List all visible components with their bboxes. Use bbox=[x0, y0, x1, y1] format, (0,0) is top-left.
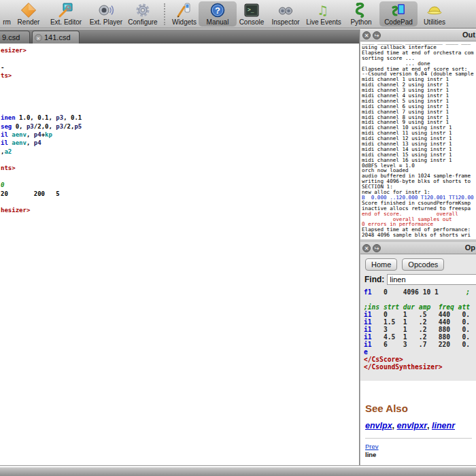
toolbar-item-label: Live Events bbox=[306, 18, 341, 26]
toolbar-item-label: CodePad bbox=[384, 18, 413, 26]
toolbar-item-ext-editor[interactable]: Ext. Editor bbox=[44, 1, 88, 27]
editor-line bbox=[1, 156, 359, 164]
toolbar-item-widgets[interactable]: Widgets bbox=[170, 1, 199, 27]
editor-line: 20 200 5 bbox=[1, 190, 359, 198]
find-label: Find: bbox=[364, 275, 384, 284]
editor-line: inen 1.0, 0.1, p3, 0.1 bbox=[1, 114, 359, 122]
tab-141csd[interactable]: ✕ 141.csd bbox=[32, 31, 80, 44]
svg-text:?: ? bbox=[215, 5, 220, 16]
toolbar-item-perform[interactable]: rm bbox=[0, 1, 14, 27]
codepad-icon bbox=[390, 2, 407, 18]
console-lines: using callback interfaceElapsed time at … bbox=[362, 45, 476, 238]
tab-9csd[interactable]: 9.csd bbox=[0, 31, 30, 44]
help-code-line: </CsScore> bbox=[364, 356, 476, 363]
help-code-line: ;ins strt dur amp freq att bbox=[364, 303, 476, 311]
editor-line bbox=[1, 97, 359, 105]
editor-line bbox=[1, 105, 359, 114]
toolbar-item-label: Python bbox=[350, 18, 371, 26]
help-code-line: e bbox=[364, 348, 476, 356]
app-window: rmRenderExt. EditorExt. PlayerConfigureW… bbox=[0, 0, 476, 476]
help-dock-header: ✕ ↪ Op bbox=[360, 242, 476, 254]
help-panel-title: Op bbox=[465, 243, 475, 252]
toolbar-item-live-events[interactable]: ♫Live Events bbox=[305, 1, 343, 27]
render-icon bbox=[20, 2, 37, 18]
toolbar-item-console[interactable]: >_Console bbox=[237, 1, 267, 27]
see-also-link-linenr[interactable]: linenr bbox=[432, 421, 455, 430]
editor-line bbox=[1, 173, 359, 181]
see-also-link-envlpx[interactable]: envlpx bbox=[365, 421, 392, 430]
toolbar-item-codepad[interactable]: CodePad bbox=[379, 1, 418, 27]
toolbar-item-configure[interactable]: Configure bbox=[124, 1, 162, 27]
toolbar-item-utilities[interactable]: Utilities bbox=[418, 1, 452, 27]
editor-code-lines: esizer> -ts> inen 1.0, 0.1, p3, 0.1seg 0… bbox=[1, 46, 359, 215]
editor-line: 0 bbox=[1, 181, 359, 189]
editor-line: ts> bbox=[1, 71, 359, 80]
toolbar-item-python[interactable]: Python bbox=[343, 1, 379, 27]
console-terminal-icon: >_ bbox=[243, 2, 260, 18]
editor-line bbox=[1, 88, 359, 97]
configure-gear-icon bbox=[135, 2, 151, 18]
toolbar-item-ext-player[interactable]: Ext. Player bbox=[88, 1, 124, 27]
console-dock-header: ✕ ↪ Out bbox=[360, 29, 476, 41]
example-code-block: f1 0 4096 10 1 ; ;ins strt dur amp freq … bbox=[364, 288, 476, 371]
utilities-hat-icon bbox=[426, 2, 443, 18]
editor-line: hesizer> bbox=[1, 206, 359, 214]
editor-line bbox=[1, 54, 359, 63]
see-also-link-envlpxr[interactable]: envlpxr bbox=[397, 421, 427, 430]
tab-label: 141.csd bbox=[44, 33, 71, 41]
toolbar-item-inspector[interactable]: Inspector bbox=[267, 1, 305, 27]
detach-icon[interactable]: ↪ bbox=[373, 31, 381, 39]
window-bottom-bar bbox=[0, 465, 476, 476]
live-events-notes-icon: ♫ bbox=[316, 2, 332, 18]
toolbar-item-label: Manual bbox=[207, 18, 229, 26]
tab-close-icon[interactable]: ✕ bbox=[35, 34, 42, 41]
help-code-line: i1 4.5 1 .2 880 0. bbox=[364, 333, 476, 341]
toolbar-item-manual[interactable]: ?Manual bbox=[199, 1, 237, 27]
toolbar-item-label: Render bbox=[18, 18, 40, 26]
help-code-line: i1 3 1 .2 880 0. bbox=[364, 326, 476, 333]
prev-row: Prev line bbox=[365, 443, 476, 458]
editor-line: il aenv, p4 bbox=[1, 139, 359, 147]
help-code-line: i1 1.5 1 .2 440 0. bbox=[364, 318, 476, 326]
code-editor[interactable]: esizer> -ts> inen 1.0, 0.1, p3, 0.1seg 0… bbox=[0, 44, 359, 465]
tab-bar: 9.csd ✕ 141.csd bbox=[0, 29, 360, 44]
see-also-heading: See Also bbox=[365, 403, 476, 414]
help-panel[interactable]: Home Opcodes Find: f1 0 4096 10 1 ; ;ins… bbox=[360, 254, 476, 465]
help-code-line: f1 0 4096 10 1 ; bbox=[364, 288, 476, 296]
toolbar-item-label: Ext. Player bbox=[90, 18, 122, 26]
output-console[interactable]: ____ ________ _____ ______ ____ ___ usin… bbox=[360, 41, 476, 239]
tab-label: 9.csd bbox=[2, 33, 20, 41]
toolbar-item-label: rm bbox=[3, 18, 11, 26]
svg-text:>_: >_ bbox=[248, 7, 254, 13]
opcodes-button[interactable]: Opcodes bbox=[402, 258, 444, 271]
link-separator: , bbox=[392, 421, 397, 430]
toolbar-item-render[interactable]: Render bbox=[14, 1, 44, 27]
close-icon[interactable]: ✕ bbox=[362, 31, 371, 39]
right-dock-column: ✕ ↪ Out ____ ________ _____ ______ ____ … bbox=[360, 29, 476, 465]
help-code-line: i1 0 1 .5 440 0. bbox=[364, 311, 476, 318]
editor-line: seg 0, p3/2,0, p3/2,p5 bbox=[1, 122, 359, 131]
editor-line: ,a2 bbox=[1, 148, 359, 156]
toolbar-item-label: Configure bbox=[128, 18, 157, 26]
find-input[interactable] bbox=[387, 274, 476, 285]
toolbar-item-label: Utilities bbox=[424, 18, 445, 26]
toolbar-item-label: Widgets bbox=[172, 18, 197, 26]
help-nav-buttons: Home Opcodes bbox=[365, 258, 444, 271]
editor-line bbox=[1, 198, 359, 206]
doc-lower-section: See Also envlpx, envlpxr, linenr Prev li… bbox=[360, 381, 476, 465]
inspector-binoculars-icon bbox=[277, 2, 294, 18]
ext-editor-icon bbox=[58, 2, 74, 18]
detach-icon[interactable]: ↪ bbox=[373, 244, 381, 252]
svg-text:♫: ♫ bbox=[317, 3, 328, 18]
toolbar-separator bbox=[164, 3, 168, 25]
home-button[interactable]: Home bbox=[365, 258, 397, 271]
toolbar-item-label: Ext. Editor bbox=[50, 18, 82, 26]
close-icon[interactable]: ✕ bbox=[362, 244, 371, 252]
prev-link[interactable]: Prev bbox=[365, 443, 379, 450]
python-snake-icon bbox=[353, 2, 369, 18]
help-code-line: </CsoundSynthesizer> bbox=[364, 363, 476, 371]
help-code-line bbox=[364, 296, 476, 303]
widgets-icon bbox=[176, 2, 192, 18]
toolbar-item-label: Inspector bbox=[271, 18, 299, 26]
console-line: 2048 4096 sample blks of shorts wri bbox=[362, 233, 476, 238]
